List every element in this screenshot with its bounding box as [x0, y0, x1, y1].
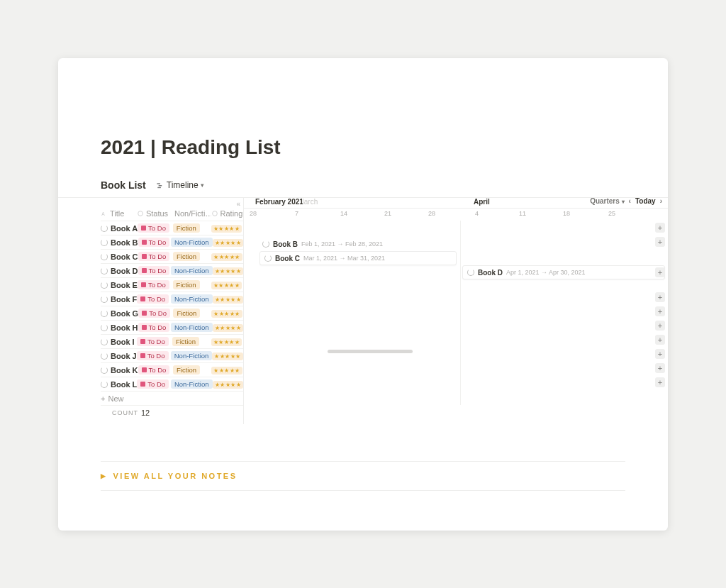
add-bar-row-11[interactable]: + — [655, 363, 665, 373]
page-icon — [101, 367, 108, 374]
bar-title: Book C — [275, 255, 300, 262]
select-icon — [137, 210, 144, 217]
page-icon — [101, 324, 108, 331]
status-tag: To Do — [138, 309, 170, 318]
status-tag: To Do — [138, 323, 170, 332]
column-headers: A Title Status Non/Ficti… Rating — [101, 198, 243, 221]
add-bar-row-8[interactable]: + — [655, 321, 665, 331]
status-tag: To Do — [137, 294, 169, 304]
add-bar-row-4[interactable]: + — [655, 267, 665, 277]
svg-rect-1 — [158, 185, 162, 186]
add-bar-row-2[interactable]: + — [655, 237, 665, 247]
page-title: 2021 | Reading List — [101, 136, 625, 159]
row-title: Book E — [111, 281, 138, 289]
rating-tag: ★★★★★ — [213, 324, 244, 332]
add-bar-row-6[interactable]: + — [655, 292, 665, 302]
row-title: Book G — [111, 309, 138, 318]
type-tag: Fiction — [173, 365, 200, 375]
row-title: Book I — [111, 338, 135, 346]
status-tag: To Do — [138, 266, 170, 275]
page-header: 2021 | Reading List — [58, 58, 668, 159]
timeline[interactable]: February 2021 Iarch April Quarters ▾ ‹ T… — [244, 198, 668, 424]
scale-picker[interactable]: Quarters ▾ — [590, 198, 624, 205]
count-label: COUNT — [112, 409, 138, 416]
page-icon — [101, 282, 108, 289]
month-mar: Iarch — [302, 198, 318, 206]
add-bar-row-7[interactable]: + — [655, 306, 665, 316]
timeline-day-header: 28 7 14 21 28 4 11 18 25 — [244, 209, 668, 221]
database-header: Book List Timeline ▾ — [58, 179, 668, 197]
rating-tag: ★★★★★ — [213, 381, 244, 389]
row-title: Book J — [111, 352, 137, 360]
type-tag: Fiction — [173, 309, 200, 318]
row-title: Book B — [111, 238, 138, 247]
col-header-title[interactable]: A Title — [101, 209, 137, 218]
svg-point-6 — [212, 211, 217, 216]
row-title: Book F — [111, 295, 137, 304]
month-feb: February 2021 — [255, 198, 303, 206]
view-picker[interactable]: Timeline ▾ — [153, 179, 207, 192]
row-title: Book C — [111, 253, 138, 261]
page-icon — [101, 225, 108, 232]
page-icon — [101, 253, 108, 260]
type-tag: Fiction — [173, 280, 200, 289]
new-row-button[interactable]: + New — [101, 391, 243, 405]
count-value: 12 — [141, 409, 150, 417]
rating-tag: ★★★★★ — [213, 239, 244, 247]
row-title: Book A — [111, 224, 138, 233]
status-tag: To Do — [137, 379, 169, 389]
table-row[interactable]: Book LTo DoNon-Fiction★★★★★ — [101, 377, 243, 391]
rating-tag: ★★★★★ — [211, 253, 242, 261]
page-icon — [264, 255, 272, 262]
view-all-notes-toggle[interactable]: ▶ VIEW ALL YOUR NOTES — [101, 461, 625, 491]
app-window: 2021 | Reading List Book List Timeline ▾… — [58, 58, 668, 531]
rating-tag: ★★★★★ — [211, 282, 242, 289]
col-header-status[interactable]: Status — [137, 209, 172, 218]
horizontal-scrollbar[interactable] — [328, 350, 413, 353]
triangle-right-icon: ▶ — [101, 472, 108, 479]
table-row[interactable]: Book BTo DoNon-Fiction★★★★★ — [101, 235, 243, 249]
table-row[interactable]: Book JTo DoNon-Fiction★★★★★ — [101, 348, 243, 362]
table-row[interactable]: Book ATo DoFiction★★★★★ — [101, 221, 243, 235]
database-body: « A Title Status Non/Ficti… Rating — [58, 197, 668, 424]
today-button[interactable]: Today — [635, 198, 656, 205]
type-tag: Fiction — [172, 337, 199, 346]
svg-point-4 — [138, 211, 143, 216]
timeline-controls: Quarters ▾ ‹ Today › — [590, 198, 662, 205]
page-icon — [101, 338, 108, 345]
table-row[interactable]: Book HTo DoNon-Fiction★★★★★ — [101, 320, 243, 334]
status-tag: To Do — [138, 252, 170, 261]
timeline-bar-book-d[interactable]: Book D Apr 1, 2021 → Apr 30, 2021 — [462, 265, 665, 279]
table-row[interactable]: Book DTo DoNon-Fiction★★★★★ — [101, 263, 243, 277]
timeline-bar-book-b[interactable]: Book B Feb 1, 2021 → Feb 28, 2021 — [258, 237, 379, 251]
rating-tag: ★★★★★ — [213, 267, 244, 275]
timeline-bar-book-c[interactable]: Book C Mar 1, 2021 → Mar 31, 2021 — [259, 251, 457, 265]
add-bar-row-12[interactable]: + — [655, 377, 665, 387]
row-title: Book H — [111, 323, 138, 332]
collapse-table-button[interactable]: « — [236, 200, 240, 208]
table-row[interactable]: Book CTo DoFiction★★★★★ — [101, 249, 243, 263]
add-bar-row-9[interactable]: + — [655, 335, 665, 345]
table-row[interactable]: Book ITo DoFiction★★★★★ — [101, 334, 243, 348]
next-button[interactable]: › — [660, 198, 662, 205]
table-row[interactable]: Book FTo DoNon-Fiction★★★★★ — [101, 292, 243, 306]
add-bar-row-10[interactable]: + — [655, 349, 665, 359]
col-header-rating[interactable]: Rating — [211, 209, 243, 218]
svg-rect-0 — [157, 183, 160, 184]
select-icon — [211, 210, 218, 217]
status-tag: To Do — [138, 365, 170, 375]
month-apr: April — [474, 198, 490, 206]
col-header-nonfiction[interactable]: Non/Ficti… — [172, 209, 211, 218]
table-row[interactable]: Book GTo DoFiction★★★★★ — [101, 306, 243, 320]
database-title: Book List — [101, 179, 146, 191]
timeline-month-header: February 2021 Iarch April Quarters ▾ ‹ T… — [244, 198, 668, 209]
type-tag: Non-Fiction — [171, 294, 213, 304]
rating-tag: ★★★★★ — [211, 310, 242, 318]
timeline-divider — [460, 221, 461, 405]
prev-button[interactable]: ‹ — [629, 198, 631, 205]
table-row[interactable]: Book KTo DoFiction★★★★★ — [101, 362, 243, 377]
add-bar-row-1[interactable]: + — [655, 223, 665, 233]
table-row[interactable]: Book ETo DoFiction★★★★★ — [101, 277, 243, 292]
page-icon — [101, 353, 108, 360]
type-tag: Fiction — [173, 252, 200, 261]
